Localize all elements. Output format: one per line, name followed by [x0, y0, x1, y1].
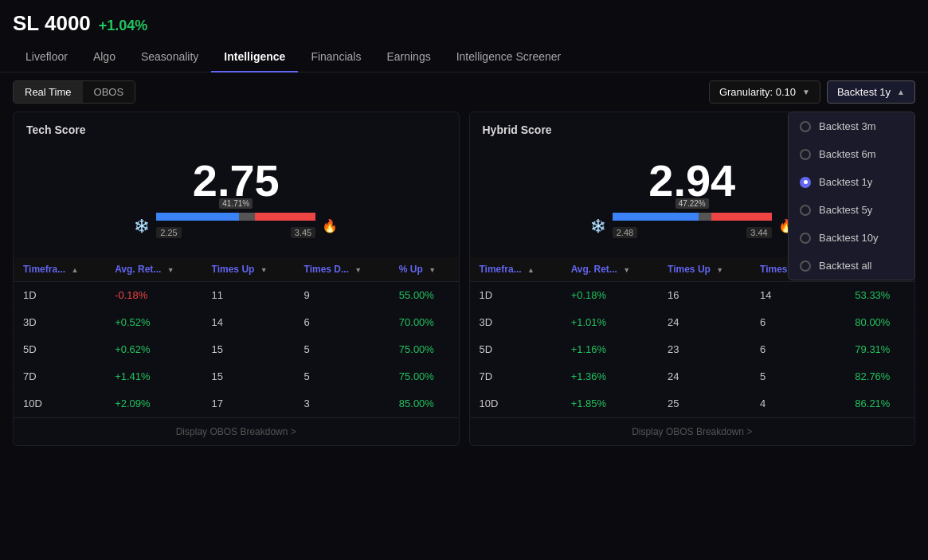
td-pct-up: 75.00% [390, 363, 459, 390]
chevron-down-icon: ▼ [802, 88, 810, 96]
table-row: 5D +0.62% 15 5 75.00% [14, 336, 459, 363]
td-times-down: 3 [295, 390, 390, 417]
ticker-symbol: SL 4000 [13, 11, 91, 36]
radio-icon [800, 205, 811, 216]
td-times-down: 5 [295, 336, 390, 363]
dropdown-item-label: Backtest 10y [819, 232, 878, 244]
sort-down-icon-3: ▼ [716, 266, 723, 274]
td-avg-ret: +1.16% [562, 336, 658, 363]
td-pct-up: 55.00% [390, 282, 459, 309]
td-times-up: 17 [202, 390, 295, 417]
dropdown-item-label: Backtest 6m [819, 148, 876, 160]
hybrid-th-avg-ret[interactable]: Avg. Ret... ▼ [562, 257, 658, 282]
tech-range-labels: 2.25 3.45 [156, 227, 315, 238]
table-row: 10D +1.85% 25 4 86.21% [470, 390, 915, 417]
sort-down-icon: ▼ [260, 266, 268, 274]
radio-icon [800, 121, 811, 132]
td-times-up: 23 [658, 336, 750, 363]
td-avg-ret: -0.18% [105, 282, 202, 309]
td-times-up: 16 [658, 282, 750, 309]
table-row: 7D +1.36% 24 5 82.76% [470, 363, 915, 390]
tech-score-title: Tech Score [14, 112, 459, 143]
hybrid-obos-link[interactable]: Display OBOS Breakdown > [470, 417, 915, 445]
tech-progress-container: ❄️ 41.71% 2.25 3.45 🔥 [134, 213, 338, 238]
backtest-dropdown-item[interactable]: Backtest 3m [789, 112, 914, 140]
td-timeframe: 3D [470, 309, 562, 336]
hybrid-score-value: 2.94 [648, 159, 735, 203]
td-pct-up: 75.00% [390, 336, 459, 363]
nav-earnings[interactable]: Earnings [374, 42, 443, 72]
hybrid-th-times-up[interactable]: Times Up ▼ [658, 257, 750, 282]
backtest-dropdown-item[interactable]: Backtest 1y [789, 168, 914, 196]
tech-th-pct-up[interactable]: % Up ▼ [390, 257, 459, 282]
td-pct-up: 86.21% [845, 390, 914, 417]
nav-algo[interactable]: Algo [80, 42, 128, 72]
table-row: 7D +1.41% 15 5 75.00% [14, 363, 459, 390]
td-pct-up: 82.76% [845, 363, 914, 390]
sort-up-icon: ▲ [71, 266, 78, 274]
tech-range-low: 2.25 [156, 227, 181, 238]
table-row: 5D +1.16% 23 6 79.31% [470, 336, 915, 363]
backtest-dropdown-item[interactable]: Backtest all [789, 252, 914, 280]
real-time-button[interactable]: Real Time [14, 81, 83, 103]
table-row: 3D +0.52% 14 6 70.00% [14, 309, 459, 336]
hybrid-range-low: 2.48 [613, 227, 637, 238]
ticker-change: +1.04% [99, 18, 148, 34]
td-timeframe: 1D [470, 282, 562, 309]
sort-up-icon-2: ▲ [527, 266, 534, 274]
td-times-down: 6 [295, 309, 390, 336]
cold-icon-2: ❄️ [590, 218, 606, 233]
td-times-up: 24 [658, 309, 750, 336]
td-avg-ret: +1.41% [105, 363, 202, 390]
td-timeframe: 7D [470, 363, 562, 390]
nav-seasonality[interactable]: Seasonality [128, 42, 211, 72]
backtest-dropdown-item[interactable]: Backtest 10y [789, 224, 914, 252]
td-times-up: 25 [658, 390, 750, 417]
nav-intelligence[interactable]: Intelligence [211, 42, 298, 72]
nav-livefloor[interactable]: Livefloor [13, 42, 80, 72]
td-pct-up: 80.00% [845, 309, 914, 336]
td-timeframe: 5D [470, 336, 562, 363]
td-times-down: 5 [750, 363, 845, 390]
td-times-down: 9 [295, 282, 390, 309]
fire-icon: 🔥 [322, 218, 338, 233]
nav-intelligence-screener[interactable]: Intelligence Screener [444, 42, 574, 72]
chevron-up-icon: ▲ [897, 88, 905, 96]
tech-th-avg-ret[interactable]: Avg. Ret... ▼ [105, 257, 202, 282]
tech-th-times-down[interactable]: Times D... ▼ [295, 257, 390, 282]
obos-button[interactable]: OBOS [83, 81, 135, 103]
td-avg-ret: +1.36% [562, 363, 658, 390]
sort-down-icon: ▼ [429, 266, 436, 274]
backtest-dropdown-item[interactable]: Backtest 6m [789, 140, 914, 168]
dropdown-item-label: Backtest all [819, 260, 871, 272]
tech-th-timeframe[interactable]: Timefra... ▲ [14, 257, 105, 282]
td-pct-up: 70.00% [390, 309, 459, 336]
toolbar: Real Time OBOS Granularity: 0.10 ▼ Backt… [0, 72, 928, 112]
hybrid-progress-container: ❄️ 47.22% 2.48 3.44 🔥 [590, 213, 794, 238]
tech-score-panel: Tech Score 2.75 ❄️ 41.71% 2.25 [13, 112, 460, 446]
hybrid-th-timeframe[interactable]: Timefra... ▲ [470, 257, 562, 282]
td-times-down: 5 [295, 363, 390, 390]
main-content: Tech Score 2.75 ❄️ 41.71% 2.25 [0, 112, 928, 459]
tech-score-display: 2.75 ❄️ 41.71% 2.25 3.45 [14, 143, 459, 257]
dropdown-item-label: Backtest 3m [819, 120, 876, 132]
table-row: 1D +0.18% 16 14 53.33% [470, 282, 915, 309]
tech-bar-label: 41.71% [219, 198, 253, 209]
tech-score-value: 2.75 [193, 159, 280, 203]
hybrid-progress-bar [613, 213, 772, 221]
granularity-dropdown[interactable]: Granularity: 0.10 ▼ [709, 80, 820, 104]
td-avg-ret: +0.18% [562, 282, 658, 309]
tech-obos-link[interactable]: Display OBOS Breakdown > [14, 417, 459, 445]
hybrid-bar-label: 47.22% [675, 198, 709, 209]
hybrid-range-high: 3.44 [746, 227, 771, 238]
backtest-dropdown-item[interactable]: Backtest 5y [789, 196, 914, 224]
td-timeframe: 7D [14, 363, 105, 390]
dropdown-item-label: Backtest 5y [819, 204, 872, 216]
tech-th-times-up[interactable]: Times Up ▼ [202, 257, 295, 282]
nav-financials[interactable]: Financials [298, 42, 374, 72]
td-times-up: 15 [202, 336, 295, 363]
backtest-dropdown-button[interactable]: Backtest 1y ▲ [827, 80, 915, 104]
td-times-down: 4 [750, 390, 845, 417]
td-avg-ret: +1.85% [562, 390, 658, 417]
table-row: 1D -0.18% 11 9 55.00% [14, 282, 459, 309]
